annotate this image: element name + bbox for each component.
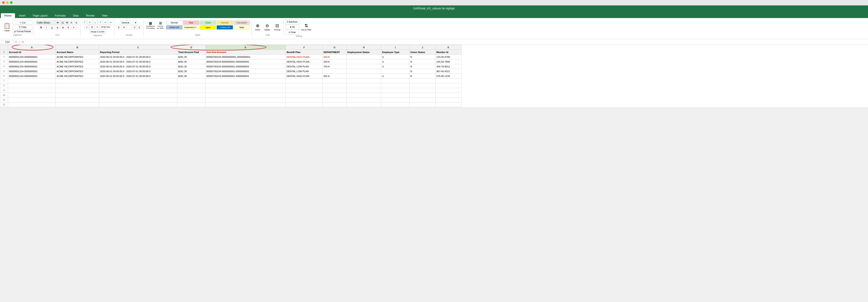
- empty-cell[interactable]: [346, 102, 381, 107]
- cell-c6[interactable]: 2020-06-01 00:00:00.0 - 2020-07-01 00:00…: [99, 74, 177, 79]
- tab-review[interactable]: Review: [83, 13, 98, 18]
- formula-input[interactable]: [25, 40, 867, 44]
- col-header-h[interactable]: H: [346, 45, 381, 50]
- cell-d2[interactable]: $281.30: [177, 55, 206, 59]
- format-painter-button[interactable]: 🖌 Format Painter: [12, 29, 33, 33]
- cell-h6[interactable]: [346, 74, 381, 79]
- cell-a2[interactable]: 00000001234-0000000001: [8, 55, 56, 59]
- minimize-btn[interactable]: [6, 1, 9, 4]
- empty-cell[interactable]: [409, 88, 436, 93]
- empty-cell[interactable]: [409, 93, 436, 98]
- empty-cell[interactable]: [8, 83, 56, 88]
- cell-j4[interactable]: N: [409, 64, 436, 69]
- empty-cell[interactable]: [56, 93, 99, 98]
- empty-cell[interactable]: [323, 102, 346, 107]
- fill-button[interactable]: ⬇ Fill: [285, 25, 299, 29]
- indent-decrease-button[interactable]: ⇐: [103, 20, 108, 24]
- empty-cell[interactable]: [99, 83, 177, 88]
- indent-increase-button[interactable]: ⇒: [108, 20, 113, 24]
- empty-cell[interactable]: [381, 102, 409, 107]
- empty-cell[interactable]: [346, 88, 381, 93]
- empty-cell[interactable]: [436, 93, 462, 98]
- align-left-button[interactable]: ≡: [85, 25, 89, 29]
- cell-a4[interactable]: 00000001234-0000000001: [8, 64, 56, 69]
- cell-g6[interactable]: 501 A: [323, 74, 346, 79]
- cell-j5[interactable]: N: [409, 69, 436, 74]
- tab-view[interactable]: View: [98, 13, 111, 18]
- increase-decimal-button[interactable]: .0: [132, 25, 137, 30]
- cell-c3[interactable]: 2020-06-01 00:00:00.0 - 2020-07-01 00:00…: [99, 59, 177, 64]
- empty-cell[interactable]: [206, 93, 286, 98]
- empty-cell[interactable]: [206, 79, 286, 83]
- empty-cell[interactable]: [177, 79, 206, 83]
- cell-k1[interactable]: Member Id: [436, 50, 462, 55]
- bold-button[interactable]: B: [39, 25, 43, 30]
- style-input[interactable]: Input: [200, 25, 216, 30]
- maximize-btn[interactable]: [10, 1, 12, 4]
- style-check-cell[interactable]: Check Cell: [166, 25, 183, 30]
- empty-cell[interactable]: [409, 83, 436, 88]
- empty-cell[interactable]: [346, 93, 381, 98]
- percent-button[interactable]: $: [116, 25, 121, 30]
- empty-cell[interactable]: [346, 83, 381, 88]
- empty-cell[interactable]: [346, 79, 381, 83]
- cell-k6[interactable]: 678-90-1234: [436, 74, 462, 79]
- empty-cell[interactable]: [177, 88, 206, 93]
- cell-d3[interactable]: $281.30: [177, 59, 206, 64]
- empty-cell[interactable]: [8, 93, 56, 98]
- cell-h5[interactable]: [346, 69, 381, 74]
- cell-k2[interactable]: 123-45-6789: [436, 55, 462, 59]
- borders-button[interactable]: ⊞: [61, 25, 65, 30]
- col-header-g[interactable]: G: [323, 45, 346, 50]
- cell-f6[interactable]: DENTAL HIGH PLAN: [286, 74, 323, 79]
- fill-color-button[interactable]: A: [66, 25, 71, 30]
- cell-reference-box[interactable]: [1, 40, 14, 44]
- empty-cell[interactable]: [177, 102, 206, 107]
- empty-cell[interactable]: [206, 83, 286, 88]
- empty-cell[interactable]: [409, 79, 436, 83]
- cell-b4[interactable]: ACME INCORPORATED: [56, 64, 99, 69]
- cell-k3[interactable]: 234-56-7890: [436, 59, 462, 64]
- cell-h3[interactable]: [346, 59, 381, 64]
- cell-h1[interactable]: Employment Status: [346, 50, 381, 55]
- cut-button[interactable]: ✂ Cut: [12, 21, 33, 25]
- cell-f1[interactable]: Benefit Plan: [286, 50, 323, 55]
- cell-a1[interactable]: Account Id: [8, 50, 56, 55]
- italic-button[interactable]: I: [44, 25, 49, 30]
- empty-cell[interactable]: [436, 88, 462, 93]
- cell-g4[interactable]: 754 A: [323, 64, 346, 69]
- col-header-j[interactable]: J: [409, 45, 436, 50]
- font-size-select[interactable]: 11: [60, 21, 69, 25]
- empty-cell[interactable]: [206, 98, 286, 102]
- tab-insert[interactable]: Insert: [16, 13, 29, 18]
- cell-i4[interactable]: U: [381, 64, 409, 69]
- decrease-font-button[interactable]: A↓: [75, 21, 79, 25]
- empty-cell[interactable]: [323, 88, 346, 93]
- cell-e6[interactable]: 00000700234-0000000001-0000000001: [206, 74, 286, 79]
- empty-cell[interactable]: [323, 79, 346, 83]
- col-header-k[interactable]: K: [436, 45, 462, 50]
- empty-cell[interactable]: [381, 79, 409, 83]
- empty-cell[interactable]: [286, 83, 323, 88]
- empty-cell[interactable]: [99, 98, 177, 102]
- align-top-button[interactable]: ⊤: [82, 20, 87, 24]
- cell-i2[interactable]: U: [381, 55, 409, 59]
- empty-cell[interactable]: [177, 98, 206, 102]
- cell-i5[interactable]: [381, 69, 409, 74]
- cell-c2[interactable]: 2020-06-01 00:00:00.0 - 2020-07-01 00:00…: [99, 55, 177, 59]
- cell-c4[interactable]: 2020-06-01 00:00:00.0 - 2020-07-01 00:00…: [99, 64, 177, 69]
- comma-style-button[interactable]: ,: [127, 25, 131, 30]
- decrease-decimal-button[interactable]: 0.: [137, 25, 142, 30]
- cell-j3[interactable]: N: [409, 59, 436, 64]
- underline-button[interactable]: U: [50, 25, 55, 30]
- tab-page-layout[interactable]: Page Layout: [29, 13, 51, 18]
- cell-d4[interactable]: $281.30: [177, 64, 206, 69]
- empty-cell[interactable]: [8, 79, 56, 83]
- empty-cell[interactable]: [286, 102, 323, 107]
- empty-cell[interactable]: [436, 79, 462, 83]
- conditional-formatting-button[interactable]: ▦ Conditional Formatting: [145, 21, 156, 30]
- align-center-button[interactable]: ☰: [90, 25, 94, 29]
- empty-cell[interactable]: [56, 79, 99, 83]
- cell-b1[interactable]: Account Name: [56, 50, 99, 55]
- col-header-a[interactable]: A: [8, 45, 56, 50]
